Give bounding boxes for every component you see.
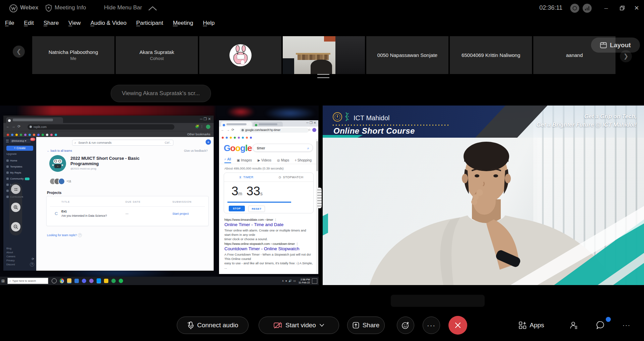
bookmarks-bar: Other bookmarks: [3, 131, 214, 137]
notification-center-icon: [312, 278, 317, 284]
participant-tile[interactable]: 65004069 Krittin Naliwong: [450, 36, 532, 74]
windows-taskbar: ⊞ ⌕ Type here to search ∧ ● 🔊 ▭ 2:56 PM …: [0, 277, 319, 285]
connection-quality-icon[interactable]: [583, 4, 592, 13]
images-tab-icon: ▣: [237, 158, 240, 162]
chevron-down-icon[interactable]: [319, 324, 324, 327]
replit-page: ☰ @lekaratup ▾ 99+ + Create Upgrade Home…: [3, 137, 214, 271]
filmstrip-prev-button[interactable]: ❮: [13, 46, 25, 58]
participant-tile[interactable]: Natnicha Plaboothong Me: [32, 36, 114, 74]
layout-button[interactable]: Layout: [591, 38, 640, 53]
zoom-in-button[interactable]: [11, 203, 20, 212]
close-button[interactable]: ✕: [631, 3, 642, 13]
meeting-info-label[interactable]: Meeting Info: [55, 4, 86, 11]
avatar: [229, 44, 252, 67]
new-repl-button: +: [206, 139, 211, 145]
menu-meeting[interactable]: Meeting: [173, 20, 193, 26]
pointer-control-button[interactable]: [11, 185, 20, 194]
presenter-video-pane: ICT Mahidol Online Short Course Get a Gr…: [323, 106, 644, 285]
col-submission: SUBMISSION: [172, 200, 192, 203]
team-repls-link: Looking for team repls?: [47, 233, 77, 237]
google-page: Google timer ⌕ ⌕All ▣Images ▶Videos ◎Map…: [219, 139, 318, 274]
desktop-red-blob: [227, 106, 255, 118]
participants-button[interactable]: [570, 317, 578, 334]
menu-bar: File Edit Share View Audio & Video Parti…: [0, 17, 644, 29]
app-icon: [74, 279, 79, 283]
filmstrip-resize-handle[interactable]: [317, 74, 329, 78]
start-video-button[interactable]: Start video: [259, 317, 339, 334]
address-bar: google.com/search?q=timer: [240, 128, 309, 133]
reactions-button[interactable]: [397, 317, 414, 334]
browser-navbar: ← → ⟳ replit.com 🧩 ⋮: [3, 123, 214, 131]
more-members-label: +11: [66, 180, 71, 183]
feedback-link: Give us feedback?: [184, 149, 208, 152]
hide-menu-bar-button[interactable]: Hide Menu Bar: [104, 4, 142, 11]
menu-view[interactable]: View: [68, 20, 81, 26]
chevron-up-icon[interactable]: [148, 6, 157, 11]
spotify-icon: [119, 279, 123, 283]
apps-button[interactable]: Apps: [519, 317, 544, 334]
help-icon: ?: [30, 262, 34, 267]
filmstrip-next-button[interactable]: ❯: [620, 50, 632, 62]
project-icon: C: [55, 211, 58, 216]
pane-splitter-handle[interactable]: [317, 188, 322, 208]
menu-share[interactable]: Share: [44, 20, 59, 26]
participant-video-thumbnail: [283, 36, 365, 74]
meeting-info-shield-icon[interactable]: [45, 4, 52, 12]
participant-tile[interactable]: 0050 Napassawan Sonjate: [366, 36, 448, 74]
other-bookmarks-label: Other bookmarks: [187, 133, 210, 136]
zoom-out-button[interactable]: [11, 222, 20, 231]
google-logo: Google: [224, 143, 252, 153]
stopwatch-tab: ◷STOPWATCH: [269, 173, 313, 182]
recording-indicator-icon[interactable]: [570, 4, 579, 13]
menu-help[interactable]: Help: [203, 20, 215, 26]
share-button[interactable]: Share: [347, 317, 385, 334]
overflow-more-button[interactable]: ···: [623, 317, 631, 334]
search-result: https://www.timeanddate.com › timer ⋮ On…: [224, 218, 313, 241]
search-icon: ⌕: [307, 144, 309, 152]
chat-button[interactable]: [596, 317, 605, 334]
projects-table: TITLE DUE DATE SUBMISSION C Ex1 Are you …: [46, 196, 209, 226]
google-search-box: timer ⌕: [253, 144, 313, 152]
menu-file[interactable]: File: [5, 20, 14, 26]
browser-tab-active: [221, 122, 252, 127]
col-title: TITLE: [61, 200, 70, 203]
notification-badge: 99+: [30, 138, 35, 141]
stopwatch-icon: ◷: [278, 176, 281, 179]
vscode-icon: [97, 278, 101, 283]
leave-meeting-button[interactable]: [448, 316, 467, 335]
browser-tab: [253, 122, 283, 127]
share-zoom-controls: [9, 183, 22, 235]
timer-widget: ⧖TIMER ◷STOPWATCH 3m 33s STOP RESET: [224, 173, 314, 213]
menu-edit[interactable]: Edit: [24, 20, 34, 26]
close-x-icon: [454, 322, 462, 329]
browser-navbar: ← → ⟳ google.com/search?q=timer ☆: [219, 127, 318, 134]
search-result: https://www.online-stopwatch.com › count…: [224, 242, 313, 270]
participant-tile[interactable]: [199, 36, 281, 74]
scrollbar-thumb: [316, 141, 318, 171]
menu-participant[interactable]: Participant: [136, 20, 163, 26]
member-avatar: [58, 178, 65, 185]
replit-browser-window: ─ ❐ ✕ ← → ⟳ replit.com 🧩 ⋮ Other bookmar…: [3, 116, 214, 271]
app-icon: [89, 279, 94, 283]
team-title: 2022 MUICT Short Course - Basic Programm…: [70, 156, 148, 166]
menu-audio-video[interactable]: Audio & Video: [91, 20, 126, 26]
videos-tab-icon: ▶: [258, 158, 260, 162]
faded-toast: [391, 295, 485, 307]
camera-off-icon: [273, 322, 282, 329]
discord-icon: [82, 279, 86, 283]
more-options-button[interactable]: ···: [423, 317, 440, 334]
restore-button[interactable]: [616, 3, 628, 13]
search-icon: ⌕: [74, 141, 76, 144]
explorer-icon: [67, 278, 71, 283]
start-project-link: Start project: [172, 212, 189, 215]
connect-audio-button[interactable]: Connect audio: [177, 317, 249, 334]
apps-grid-icon: [519, 321, 527, 329]
back-to-teams-link: ← back to all teams: [47, 149, 72, 152]
cortana-icon: [52, 278, 57, 283]
browser-tabbar: ─ ❐ ✕: [219, 120, 318, 127]
refresh-icon: ⟳: [32, 257, 34, 261]
minimize-button[interactable]: ─: [600, 3, 612, 13]
chat-bubble-icon: [596, 321, 605, 330]
participant-tile[interactable]: Akara Supratak Cohost: [116, 36, 198, 74]
participant-tile-video[interactable]: [283, 36, 365, 74]
